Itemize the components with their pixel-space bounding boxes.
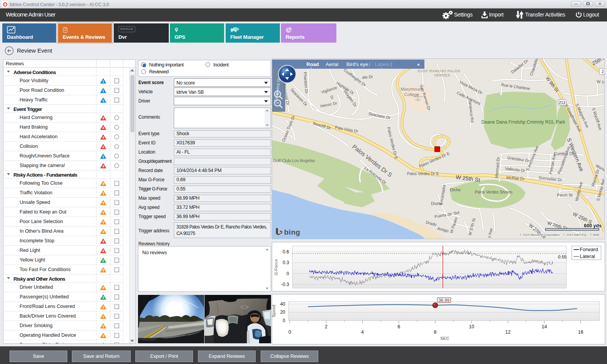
- svg-text:0: 0: [286, 271, 289, 276]
- svg-text:16: 16: [578, 329, 584, 335]
- svg-text:1: 1: [102, 79, 104, 83]
- svg-text:213: 213: [559, 101, 565, 105]
- svg-text:W 10t: W 10t: [597, 79, 605, 84]
- svg-text:Road: Road: [306, 61, 319, 67]
- svg-text:10: 10: [469, 324, 474, 329]
- svg-text:3: 3: [102, 220, 104, 224]
- svg-text:4: 4: [102, 136, 104, 139]
- svg-text:2: 2: [102, 259, 104, 263]
- svg-text:12: 12: [505, 329, 511, 335]
- svg-text:4: 4: [102, 116, 104, 120]
- svg-text:|: |: [369, 61, 370, 67]
- svg-text:Deane Dana Frndshp Cmmnty RGL: Deane Dana Frndshp Cmmnty RGL Park: [481, 119, 565, 125]
- svg-text:Aerial: Aerial: [326, 61, 338, 67]
- svg-text:20: 20: [280, 309, 286, 315]
- svg-text:Perch St: Perch St: [557, 193, 572, 197]
- svg-text:3: 3: [102, 305, 104, 309]
- svg-text:SEC: SEC: [440, 336, 449, 341]
- svg-text:1: 1: [102, 155, 104, 159]
- svg-text:© 2014 Microsoft Corporation: © 2014 Microsoft Corporation © 2010 NAVT…: [520, 233, 600, 237]
- svg-text:4: 4: [102, 240, 104, 243]
- svg-text:3: 3: [102, 334, 104, 338]
- svg-text:G-Force: G-Force: [274, 259, 278, 275]
- svg-text:Palos Verdes Dr S: Palos Verdes Dr S: [407, 172, 439, 176]
- svg-text:2: 2: [602, 69, 604, 74]
- svg-text:40: 40: [280, 301, 286, 307]
- svg-text:-0.3: -0.3: [281, 282, 289, 287]
- svg-text:4: 4: [102, 164, 104, 168]
- svg-text:0.6: 0.6: [283, 249, 289, 255]
- svg-text:2: 2: [102, 296, 104, 299]
- svg-text:Speed: Speed: [272, 304, 276, 317]
- svg-text:Labels: Labels: [375, 61, 390, 67]
- svg-text:College: College: [404, 92, 419, 97]
- svg-text:1: 1: [102, 89, 104, 93]
- svg-text:4: 4: [102, 126, 104, 130]
- svg-text:Bird's eye: Bird's eye: [346, 61, 368, 67]
- svg-text:14: 14: [542, 324, 547, 329]
- svg-text:Marymount: Marymount: [401, 87, 423, 91]
- svg-text:4: 4: [102, 249, 104, 253]
- svg-text:bing: bing: [284, 228, 300, 236]
- svg-text:8: 8: [434, 329, 437, 335]
- svg-text:1: 1: [102, 99, 104, 103]
- svg-text:3: 3: [102, 182, 104, 186]
- svg-text:6: 6: [397, 324, 400, 329]
- svg-text:Golf Club-Los Angelas: Golf Club-Los Angelas: [273, 158, 315, 163]
- svg-text:0: 0: [288, 329, 291, 335]
- svg-text:ate Dr: ate Dr: [362, 74, 373, 79]
- svg-text:600 yds: 600 yds: [584, 223, 602, 228]
- svg-text:4: 4: [361, 329, 364, 335]
- svg-text:2: 2: [325, 324, 328, 329]
- svg-text:3: 3: [102, 211, 104, 215]
- svg-text:3: 3: [102, 315, 104, 319]
- svg-text:Palos Verdes Shores: Palos Verdes Shores: [475, 190, 512, 194]
- svg-text:0.3: 0.3: [283, 260, 289, 265]
- svg-text:|: |: [391, 61, 392, 67]
- svg-text:0.55: 0.55: [558, 255, 567, 259]
- svg-text:VERDES: VERDES: [434, 73, 450, 77]
- svg-text:3: 3: [102, 324, 104, 328]
- svg-text:4: 4: [102, 145, 104, 149]
- svg-text:3: 3: [102, 286, 104, 290]
- svg-text:Dicha: Dicha: [450, 187, 461, 192]
- svg-text:3: 3: [102, 230, 104, 234]
- svg-text:«: «: [417, 61, 420, 67]
- svg-text:0: 0: [283, 318, 285, 323]
- svg-text:3: 3: [102, 192, 104, 195]
- svg-text:3: 3: [102, 268, 104, 272]
- svg-text:EAST RANCHO PALOS: EAST RANCHO PALOS: [418, 69, 461, 73]
- svg-text:3: 3: [102, 201, 104, 205]
